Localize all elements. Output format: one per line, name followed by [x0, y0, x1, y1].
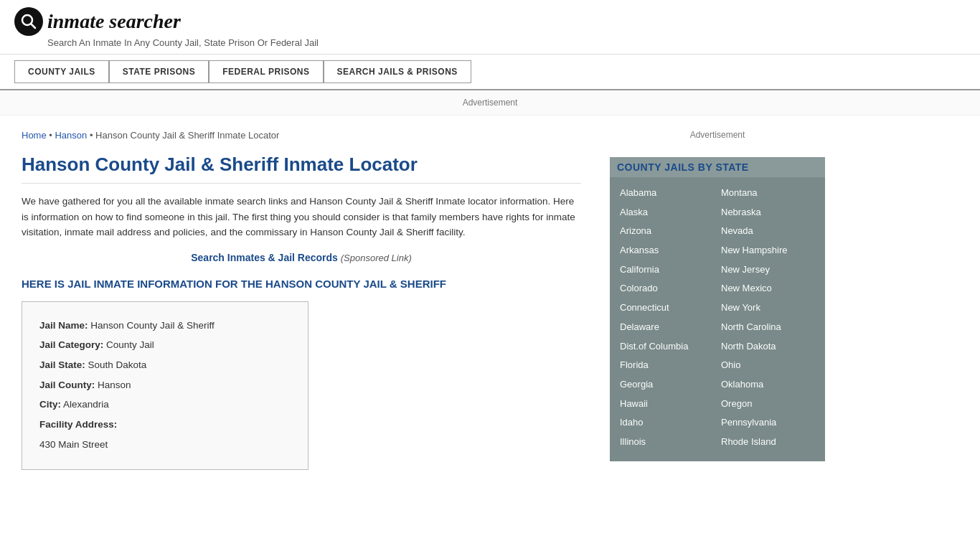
state-box-title: COUNTY JAILS BY STATE [610, 157, 825, 177]
state-link[interactable]: Connecticut [620, 299, 714, 317]
info-box: Jail Name: Hanson County Jail & Sheriff … [22, 301, 308, 470]
facility-address-label: Facility Address: [39, 419, 117, 430]
state-link[interactable]: Idaho [620, 414, 714, 432]
state-link[interactable]: Ohio [721, 357, 815, 375]
search-inmates-link[interactable]: Search Inmates & Jail Records [191, 252, 341, 263]
main-layout: Home • Hanson • Hanson County Jail & She… [0, 116, 980, 484]
state-link[interactable]: Delaware [620, 319, 714, 336]
state-link[interactable]: Oregon [721, 395, 815, 413]
city-label: City: [39, 399, 61, 410]
state-link[interactable]: Arkansas [620, 242, 714, 260]
state-link[interactable]: Dist.of Columbia [620, 338, 714, 356]
page-title: Hanson County Jail & Sheriff Inmate Loca… [22, 154, 581, 184]
search-link-area: Search Inmates & Jail Records (Sponsored… [22, 252, 581, 263]
state-link[interactable]: North Carolina [721, 319, 815, 336]
states-grid: AlabamaMontanaAlaskaNebraskaArizonaNevad… [620, 184, 815, 451]
state-link[interactable]: New Jersey [721, 261, 815, 279]
jail-category-label: Jail Category: [39, 339, 103, 350]
jail-county-value: Hanson [98, 380, 131, 390]
jail-name-label: Jail Name: [39, 320, 88, 331]
state-link[interactable]: New Hampshire [721, 242, 815, 260]
navigation: COUNTY JAILS STATE PRISONS FEDERAL PRISO… [0, 55, 980, 90]
state-link[interactable]: Colorado [620, 280, 714, 298]
breadcrumb-sep2: • [90, 130, 95, 141]
advertisement-bar: Advertisement [0, 90, 980, 116]
logo-icon [14, 7, 43, 36]
state-link[interactable]: Nebraska [721, 204, 815, 222]
sidebar-advertisement: Advertisement [610, 123, 825, 147]
jail-category-value: County Jail [106, 339, 154, 350]
state-link[interactable]: North Dakota [721, 338, 815, 356]
state-link[interactable]: Alabama [620, 184, 714, 202]
logo-area: inmate searcher [14, 7, 966, 36]
state-link[interactable]: New Mexico [721, 280, 815, 298]
logo-text: inmate searcher [47, 10, 181, 33]
state-link[interactable]: California [620, 261, 714, 279]
state-link[interactable]: New York [721, 299, 815, 317]
jail-state-row: Jail State: South Dakota [39, 356, 291, 375]
state-link[interactable]: Hawaii [620, 395, 714, 413]
state-link[interactable]: Pennsylvania [721, 414, 815, 432]
state-link[interactable]: Florida [620, 357, 714, 375]
jail-name-row: Jail Name: Hanson County Jail & Sheriff [39, 316, 291, 335]
breadcrumb-home[interactable]: Home [22, 130, 47, 141]
main-content: Home • Hanson • Hanson County Jail & She… [0, 116, 603, 484]
breadcrumb: Home • Hanson • Hanson County Jail & She… [22, 130, 581, 141]
jail-state-value: South Dakota [88, 359, 147, 370]
breadcrumb-current: Hanson County Jail & Sheriff Inmate Loca… [95, 130, 279, 141]
facility-address-value: 430 Main Street [39, 439, 108, 450]
state-link[interactable]: Illinois [620, 433, 714, 451]
state-link[interactable]: Rhode Island [721, 433, 815, 451]
intro-text: We have gathered for you all the availab… [22, 194, 581, 240]
tagline: Search An Inmate In Any County Jail, Sta… [47, 37, 966, 48]
jail-state-label: Jail State: [39, 359, 85, 370]
jail-name-value: Hanson County Jail & Sheriff [90, 320, 214, 331]
facility-address-value-row: 430 Main Street [39, 435, 291, 454]
header: inmate searcher Search An Inmate In Any … [0, 0, 980, 55]
jail-county-row: Jail County: Hanson [39, 376, 291, 395]
facility-address-row: Facility Address: [39, 415, 291, 434]
jail-category-row: Jail Category: County Jail [39, 336, 291, 354]
state-link[interactable]: Georgia [620, 376, 714, 394]
nav-state-prisons[interactable]: STATE PRISONS [109, 60, 209, 83]
sidebar: Advertisement COUNTY JAILS BY STATE Alab… [603, 116, 832, 484]
state-link[interactable]: Oklahoma [721, 376, 815, 394]
nav-federal-prisons[interactable]: FEDERAL PRISONS [209, 60, 323, 83]
nav-county-jails[interactable]: COUNTY JAILS [14, 60, 109, 83]
nav-search-jails[interactable]: SEARCH JAILS & PRISONS [324, 60, 471, 83]
sponsored-label: (Sponsored Link) [341, 253, 412, 263]
jail-county-label: Jail County: [39, 380, 95, 390]
city-value: Alexandria [63, 399, 109, 410]
state-link[interactable]: Nevada [721, 222, 815, 240]
breadcrumb-parent[interactable]: Hanson [55, 130, 87, 141]
state-link[interactable]: Montana [721, 184, 815, 202]
city-row: City: Alexandria [39, 395, 291, 414]
county-jails-by-state-box: COUNTY JAILS BY STATE AlabamaMontanaAlas… [610, 157, 825, 461]
state-link[interactable]: Alaska [620, 204, 714, 222]
svg-line-1 [31, 24, 35, 28]
section-heading: HERE IS JAIL INMATE INFORMATION FOR THE … [22, 278, 581, 290]
state-link[interactable]: Arizona [620, 222, 714, 240]
